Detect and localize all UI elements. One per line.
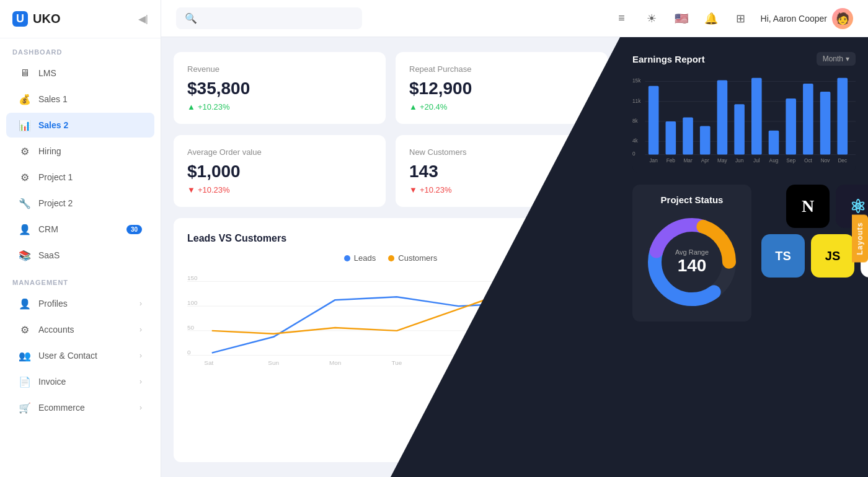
svg-text:100: 100 xyxy=(187,299,198,306)
sidebar-item-label: Project 1 xyxy=(38,172,73,182)
svg-text:0: 0 xyxy=(187,349,191,356)
sidebar-logo: U UKO ◀| xyxy=(0,0,161,38)
svg-text:Thu: Thu xyxy=(515,359,525,366)
sidebar-item-project1[interactable]: ⚙ Project 1 xyxy=(6,165,154,190)
sidebar-item-crm[interactable]: 👤 CRM 30 xyxy=(6,217,154,242)
lms-icon: 🖥 xyxy=(19,67,31,79)
leads-month-dropdown[interactable]: Month ▾ xyxy=(549,230,594,246)
chevron-down-icon: ▾ xyxy=(582,234,587,243)
up-arrow-icon: ▲ xyxy=(409,102,417,112)
search-box[interactable]: 🔍 xyxy=(176,7,362,29)
sidebar-item-project2[interactable]: 🔧 Project 2 xyxy=(6,191,154,216)
svg-rect-32 xyxy=(769,131,779,155)
svg-text:Dec: Dec xyxy=(838,157,847,164)
hiring-icon: ⚙ xyxy=(19,145,31,157)
logo: U UKO xyxy=(12,11,60,27)
crm-icon: 👤 xyxy=(19,223,31,235)
svg-text:Sat: Sat xyxy=(204,359,213,366)
sidebar-item-label: LMS xyxy=(38,68,56,78)
dashboard-section-label: DASHBOARD xyxy=(0,38,161,59)
sidebar-item-user-contact[interactable]: 👥 User & Contact › xyxy=(6,343,154,368)
sales2-icon: 📊 xyxy=(19,119,31,131)
project-status-title: Project Status xyxy=(661,195,724,205)
earnings-bar-chart: 15k 11k 8k 4k 0 xyxy=(632,72,856,171)
sales1-icon: 💰 xyxy=(19,93,31,105)
main-content: 🔍 ≡ ☀ 🇺🇸 🔔 ⊞ Hi, Aaron Cooper 🧑 Revenue … xyxy=(161,0,868,477)
layouts-tab[interactable]: Layouts xyxy=(852,214,868,262)
repeat-change: ▲ +20.4% xyxy=(409,102,594,112)
repeat-value: $12,900 xyxy=(409,79,594,98)
earnings-header: Earnings Report Month ▾ xyxy=(632,52,856,66)
stats-row-2: Average Order value $1,000 ▼ +10.23% New… xyxy=(174,135,608,207)
svg-rect-28 xyxy=(700,126,711,154)
saas-icon: 📚 xyxy=(19,249,31,261)
sidebar-item-accounts[interactable]: ⚙ Accounts › xyxy=(6,317,154,342)
sidebar-item-sales2[interactable]: 📊 Sales 2 xyxy=(6,113,154,138)
leads-legend: Leads xyxy=(344,253,376,263)
nextjs-logo[interactable]: N xyxy=(786,185,830,228)
svg-text:Wed: Wed xyxy=(452,359,464,366)
sidebar-item-ecommerce[interactable]: 🛒 Ecommerce › xyxy=(6,395,154,420)
project2-icon: 🔧 xyxy=(19,197,31,209)
svg-rect-33 xyxy=(786,98,796,154)
revenue-value: $35,800 xyxy=(187,79,372,98)
sidebar-item-saas[interactable]: 📚 SaaS xyxy=(6,243,154,268)
aov-value: $1,000 xyxy=(187,162,372,182)
sidebar-item-label: User & Contact xyxy=(38,351,97,361)
sidebar-item-invoice[interactable]: 📄 Invoice › xyxy=(6,369,154,394)
earnings-month-dropdown[interactable]: Month ▾ xyxy=(817,52,856,66)
earnings-title: Earnings Report xyxy=(632,54,705,64)
customers-label: Customers xyxy=(398,253,437,263)
aov-change: ▼ +10.23% xyxy=(187,185,372,195)
leads-dot xyxy=(344,255,350,261)
sidebar-item-hiring[interactable]: ⚙ Hiring xyxy=(6,139,154,164)
project-status-donut: Avg Range 140 xyxy=(642,212,742,312)
crm-badge: 30 xyxy=(126,225,142,234)
leads-svg-chart: 150 100 50 0 Sat Sun Mon Tue Wed xyxy=(187,269,594,368)
sidebar-item-label: Accounts xyxy=(38,325,74,335)
svg-text:Jul: Jul xyxy=(753,157,760,164)
leads-vs-customers-card: Leads VS Customers Month ▾ Leads Custome… xyxy=(174,218,608,462)
sidebar-item-profiles[interactable]: 👤 Profiles › xyxy=(6,291,154,316)
theme-icon[interactable]: ☀ xyxy=(642,9,662,28)
svg-text:May: May xyxy=(717,157,728,164)
chevron-right-icon: › xyxy=(140,377,142,386)
svg-text:Aug: Aug xyxy=(769,157,779,164)
flag-icon[interactable]: 🇺🇸 xyxy=(671,9,691,28)
sidebar-item-label: Hiring xyxy=(38,146,61,156)
user-contact-icon: 👥 xyxy=(19,349,31,362)
user-greeting[interactable]: Hi, Aaron Cooper 🧑 xyxy=(761,8,853,29)
svg-rect-27 xyxy=(683,118,693,155)
customers-dot xyxy=(388,255,394,261)
svg-rect-35 xyxy=(820,92,831,155)
sidebar-item-lms[interactable]: 🖥 LMS xyxy=(6,61,154,85)
grid-icon[interactable]: ⊞ xyxy=(731,9,751,28)
svg-text:11k: 11k xyxy=(632,98,641,104)
customers-value: 143 xyxy=(409,162,594,182)
leads-chart-legend: Leads Customers xyxy=(187,253,594,263)
javascript-logo[interactable]: JS xyxy=(811,234,854,278)
search-icon: 🔍 xyxy=(185,12,197,24)
sidebar-item-sales1[interactable]: 💰 Sales 1 xyxy=(6,87,154,112)
svg-text:Mar: Mar xyxy=(683,157,693,164)
svg-text:15k: 15k xyxy=(632,77,641,84)
project1-icon: ⚙ xyxy=(19,171,31,183)
logo-letter: U xyxy=(12,11,28,27)
svg-text:Jan: Jan xyxy=(649,157,658,164)
svg-text:Tue: Tue xyxy=(392,359,402,366)
svg-text:Mon: Mon xyxy=(329,359,341,366)
menu-icon[interactable]: ≡ xyxy=(612,9,632,28)
down-arrow-icon: ▼ xyxy=(187,185,195,195)
management-section-label: MANAGEMENT xyxy=(0,269,161,290)
dark-panel: Earnings Report Month ▾ 15k 11k 8k 4k 0 xyxy=(620,37,868,477)
sidebar-item-label: Ecommerce xyxy=(38,403,85,413)
collapse-button[interactable]: ◀| xyxy=(138,13,148,25)
down-arrow-icon: ▼ xyxy=(409,185,417,195)
accounts-icon: ⚙ xyxy=(19,323,31,336)
bell-icon[interactable]: 🔔 xyxy=(701,9,721,28)
svg-rect-36 xyxy=(837,78,848,155)
sidebar-item-label: Sales 1 xyxy=(38,94,68,104)
svg-text:0: 0 xyxy=(632,151,636,157)
customers-label: New Customers xyxy=(409,147,594,157)
typescript-logo[interactable]: TS xyxy=(761,234,805,278)
